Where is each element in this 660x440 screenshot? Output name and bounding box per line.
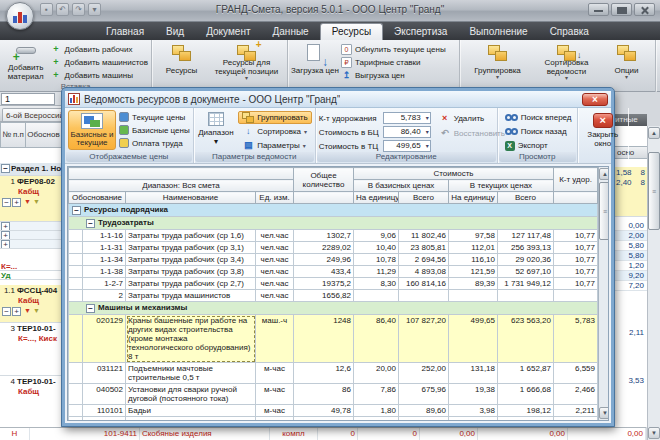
cell-quantity[interactable]: 19375,2	[294, 278, 354, 290]
scroll-down-icon[interactable]: ▼	[648, 427, 660, 439]
expand-toggle-icon[interactable]: +	[1, 231, 10, 240]
cell-coeff[interactable]: 10,77	[554, 278, 598, 290]
cell-expand[interactable]	[69, 405, 83, 417]
cell-coeff[interactable]	[554, 417, 598, 422]
cell-justification[interactable]: 1-1-16	[83, 230, 126, 242]
cell-expand[interactable]	[69, 278, 83, 290]
cell-base-total[interactable]: 252,00	[399, 363, 449, 384]
scrollbar-thumb[interactable]: ≡	[648, 152, 660, 230]
cell-coeff[interactable]: 10,77	[554, 230, 598, 242]
dialog-close-button[interactable]: ×	[582, 93, 608, 106]
cell-base-per-unit[interactable]: 20,00	[354, 363, 399, 384]
cell-base-per-unit[interactable]	[354, 290, 399, 302]
options-button[interactable]: Опции ▾	[604, 42, 650, 81]
collapse-toggle-icon[interactable]: −	[2, 198, 11, 207]
collapse-toggle-icon[interactable]: −	[72, 206, 81, 215]
cell-current-total[interactable]	[498, 290, 554, 302]
cell-current-total[interactable]: 623 563,20	[498, 315, 554, 363]
ribbon-tab[interactable]: Экспертиза	[383, 23, 458, 40]
collapse-toggle-icon[interactable]: −	[2, 307, 11, 316]
cell-coeff[interactable]: 5,783	[554, 315, 598, 363]
spinner-icon[interactable]: ▾	[426, 141, 429, 152]
cell-quantity[interactable]: 86	[294, 384, 354, 405]
cell-base-per-unit[interactable]: 10,78	[354, 254, 399, 266]
cell-current-total[interactable]: 1 652,87	[498, 363, 554, 384]
cell-justification[interactable]: 020129	[83, 315, 126, 363]
cell-base-per-unit[interactable]: 1,80	[354, 405, 399, 417]
export-button[interactable]: X Экспорт	[501, 139, 574, 152]
cell-justification[interactable]: 031121	[83, 363, 126, 384]
cell-coeff[interactable]: 10,77	[554, 266, 598, 278]
reset-current-prices-button[interactable]: 0Обнулить текущие цены	[341, 44, 446, 56]
cell-justification[interactable]: 110101	[83, 405, 126, 417]
cell-current-per-unit[interactable]: 131,18	[449, 363, 498, 384]
cell-current-total[interactable]: 127 117,48	[498, 230, 554, 242]
basic-and-current-toggle[interactable]: Базисные и текущие	[68, 110, 116, 150]
expand-toggle-icon[interactable]: +	[1, 240, 10, 249]
app-menu-button[interactable]	[6, 2, 34, 30]
cell-expand[interactable]	[69, 290, 83, 302]
range-button[interactable]: Диапазон ▾	[197, 110, 235, 151]
cell-justification[interactable]: 1-1-31	[83, 242, 126, 254]
price-option-button[interactable]: Базисные цены	[119, 124, 190, 136]
cell-quantity[interactable]: 739,32	[294, 417, 354, 422]
cell-quantity[interactable]: 249,96	[294, 254, 354, 266]
load-prices-button[interactable]: ↓ Загрузка цен	[291, 42, 339, 81]
cell-name[interactable]: Дрели электрические	[126, 417, 256, 422]
expand-toggle-icon[interactable]: +	[12, 307, 21, 316]
add-machines-button[interactable]: +Добавить машины	[50, 69, 148, 81]
sort-sheet-button[interactable]: ↓ Сортировка ведомости ▾	[532, 42, 602, 81]
cell-base-per-unit[interactable]: 7,86	[354, 384, 399, 405]
cell-name[interactable]: Затраты труда рабочих (ср 3,1)	[126, 242, 256, 254]
cell-expand[interactable]	[69, 230, 83, 242]
cell-base-total[interactable]: 14 194,94	[399, 417, 449, 422]
add-machinists-button[interactable]: +Добавить машинистов	[50, 57, 148, 69]
cell-base-per-unit[interactable]: 11,29	[354, 266, 399, 278]
cell-unit[interactable]: чел.час	[256, 230, 294, 242]
cell-name[interactable]: Подъемники мачтовые строительные 0,5 т	[126, 363, 256, 384]
cell-expand[interactable]	[69, 384, 83, 405]
cell-current-per-unit[interactable]: 116,10	[449, 254, 498, 266]
cell-name[interactable]: Затраты труда рабочих (ср 2,7)	[126, 278, 256, 290]
cell-unit[interactable]: м-час	[256, 405, 294, 417]
filter-icon[interactable]: ▼	[24, 198, 31, 205]
cell-base-total[interactable]: 2 694,56	[399, 254, 449, 266]
cell-current-per-unit[interactable]: 121,59	[449, 266, 498, 278]
ribbon-tab[interactable]: Документ	[195, 23, 261, 40]
cell-expand[interactable]	[69, 242, 83, 254]
close-window-button[interactable]: × Закрыть окно	[581, 110, 625, 148]
cell-quantity[interactable]: 1248	[294, 315, 354, 363]
current-cost-field[interactable]: 499,65▾	[383, 140, 431, 152]
tariff-rates-button[interactable]: ₽Тарифные ставки	[341, 57, 446, 69]
cell-current-per-unit[interactable]: 89,39	[449, 278, 498, 290]
cell-quantity[interactable]: 49,78	[294, 405, 354, 417]
scroll-up-icon[interactable]: ▲	[648, 127, 660, 139]
cell-expand[interactable]	[69, 417, 83, 422]
ribbon-tab[interactable]: Выполнение	[458, 23, 538, 40]
ribbon-tab[interactable]: Данные	[262, 23, 320, 40]
spinner-icon[interactable]: ▾	[426, 127, 429, 138]
spinner-icon[interactable]: ▾	[426, 113, 429, 124]
minimize-button[interactable]	[588, 3, 609, 16]
search-forward-button[interactable]: Поиск вперед	[501, 111, 574, 124]
cell-expand[interactable]	[69, 254, 83, 266]
ribbon-tab[interactable]: Ресурсы	[320, 23, 383, 40]
cell-base-total[interactable]: 23 805,81	[399, 242, 449, 254]
cell-justification[interactable]: 040502	[83, 384, 126, 405]
group-cell[interactable]: −Трудозатраты	[69, 217, 598, 230]
ribbon-tab[interactable]: Вид	[155, 23, 195, 40]
collapse-toggle-icon[interactable]: −	[86, 304, 95, 313]
cell-name[interactable]: Затраты труда рабочих (ср 1,6)	[126, 230, 256, 242]
cell-quantity[interactable]: 1656,82	[294, 290, 354, 302]
collapse-toggle-icon[interactable]: −	[86, 219, 95, 228]
maximize-button[interactable]	[611, 3, 632, 16]
cell-current-per-unit[interactable]: 19,38	[449, 384, 498, 405]
qat-dropdown-icon[interactable]: ▾	[88, 3, 101, 16]
cell-justification[interactable]: 1-2-7	[83, 278, 126, 290]
cell-justification[interactable]: 2	[83, 290, 126, 302]
cell-base-total[interactable]: 89,60	[399, 405, 449, 417]
expand-toggle-icon[interactable]: +	[12, 198, 21, 207]
cell-unit[interactable]: чел.час	[256, 266, 294, 278]
cell-unit[interactable]: чел.час	[256, 242, 294, 254]
cell-unit[interactable]: чел.час	[256, 278, 294, 290]
